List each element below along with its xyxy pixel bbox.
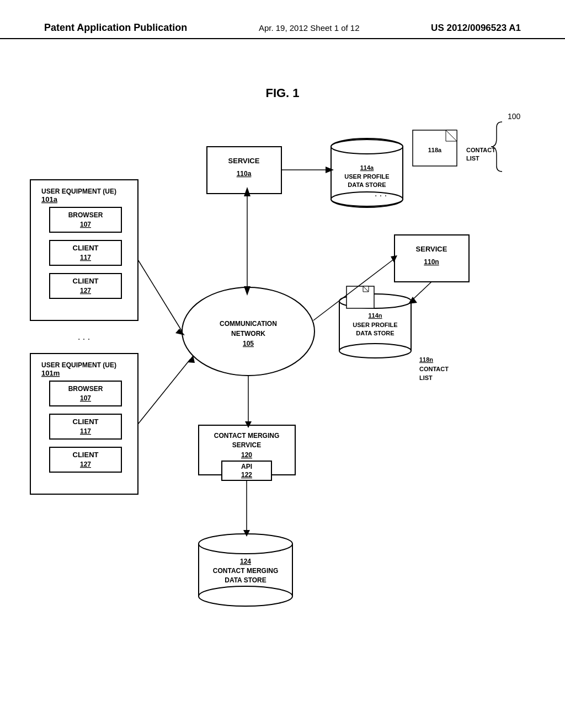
header-right: US 2012/0096523 A1 <box>431 23 521 34</box>
upds-n-label2: DATA STORE <box>356 330 394 336</box>
upds-n-cover <box>339 298 411 351</box>
arrowhead-ue-m <box>188 355 195 363</box>
contact-list-n-ref: 118n <box>419 356 433 363</box>
api-label: API <box>241 463 252 470</box>
api-box <box>222 461 271 480</box>
upds-n-label1: USER PROFILE <box>353 322 397 328</box>
diagram-svg: FIG. 1 100 USER EQUIPMENT (UE) 101a BROW… <box>0 39 565 701</box>
contact-list-a-ref: 118a <box>428 147 442 153</box>
client127-a-ref: 127 <box>80 287 91 295</box>
dog-ear-line-n <box>363 286 369 292</box>
arrowhead-to-upds-n <box>408 297 417 304</box>
service-box-a <box>207 147 281 194</box>
upds-n-top <box>339 294 411 308</box>
cmds-top <box>199 534 292 554</box>
ue-box-m <box>30 354 138 494</box>
upds-n-bottom <box>339 344 411 358</box>
client117-box-m <box>50 414 121 439</box>
ue-m-title-1: USER EQUIPMENT (UE) <box>41 361 116 369</box>
arrowhead-to-service-a <box>244 187 250 196</box>
cmds-bottom <box>199 586 292 606</box>
ue-a-ref: 101a <box>41 195 58 204</box>
arrowhead-to-service-n <box>391 255 397 263</box>
contact-list-n-label2: LIST <box>419 374 433 381</box>
client127-m-label: CLIENT <box>73 451 99 459</box>
comm-network-label1: COMMUNICATION <box>220 320 277 328</box>
browser-a-ref: 107 <box>80 221 91 228</box>
upds-a-top2 <box>331 140 403 154</box>
dots-2: . . . <box>375 189 387 198</box>
header: Patent Application Publication Apr. 19, … <box>0 0 565 39</box>
upds-a-bottom <box>331 191 403 207</box>
upds-n-ref: 114n <box>368 312 382 319</box>
dog-ear-line-a <box>446 130 457 141</box>
client127-m-ref: 127 <box>80 461 91 468</box>
diagram-area: FIG. 1 100 USER EQUIPMENT (UE) 101a BROW… <box>0 39 565 701</box>
cms-label1: CONTACT MERGING <box>214 432 279 440</box>
arrowhead-to-cmds <box>243 530 250 537</box>
client127-a-label: CLIENT <box>73 277 99 285</box>
page: Patent Application Publication Apr. 19, … <box>0 0 565 728</box>
comm-network-ref: 105 <box>243 340 254 347</box>
service-box-n <box>395 235 469 282</box>
client117-a-ref: 117 <box>80 254 91 261</box>
api-ref: 122 <box>241 471 252 479</box>
cms-ref: 120 <box>241 451 252 459</box>
cmds-ref: 124 <box>240 558 251 565</box>
client117-box-a <box>50 240 121 265</box>
comm-network-ellipse <box>182 287 315 376</box>
service-n-label: SERVICE <box>416 245 447 253</box>
fig-label: FIG. 1 <box>265 86 299 100</box>
client127-box-m <box>50 447 121 472</box>
contact-list-a-label1: CONTACT <box>466 147 495 153</box>
arrow-service-n-to-upds-n <box>411 282 431 301</box>
ref-100-label: 100 <box>508 112 521 121</box>
dots-1: . . . <box>78 332 90 341</box>
browser-a-label: BROWSER <box>68 211 103 219</box>
upds-a-top <box>331 138 403 155</box>
comm-network-label2: NETWORK <box>231 330 265 338</box>
ue-box-a <box>30 180 138 320</box>
cms-box <box>199 425 295 475</box>
client127-box-a <box>50 274 121 298</box>
arrow-ue-m-to-network <box>138 359 190 424</box>
contact-list-a-label2: LIST <box>466 155 479 162</box>
client117-m-label: CLIENT <box>73 417 99 426</box>
arrowhead-from-service-a <box>244 286 250 296</box>
client117-a-label: CLIENT <box>73 244 99 252</box>
curly-bracket <box>491 122 502 172</box>
ue-m-ref: 101m <box>41 369 60 377</box>
upds-a-label1: USER PROFILE <box>344 173 389 180</box>
cmds-label1: CONTACT MERGING <box>213 567 278 575</box>
service-n-ref: 110n <box>424 258 439 266</box>
browser-box-a <box>50 207 121 232</box>
doc-icon-n <box>347 286 374 308</box>
browser-m-ref: 107 <box>80 394 91 402</box>
upds-a-cover <box>331 147 403 199</box>
dog-ear-n <box>363 286 369 292</box>
cms-label2: SERVICE <box>232 441 261 449</box>
service-a-label: SERVICE <box>228 157 260 165</box>
upds-a-ref: 114a <box>360 164 374 171</box>
arrowhead-to-upds-a <box>326 167 334 173</box>
upds-a-label2: DATA STORE <box>348 181 386 188</box>
header-center: Apr. 19, 2012 Sheet 1 of 12 <box>259 23 360 33</box>
ue-a-title-1: USER EQUIPMENT (UE) <box>41 188 116 195</box>
browser-m-label: BROWSER <box>68 385 103 393</box>
cmds-label2: DATA STORE <box>225 576 266 584</box>
arrowhead-ue-a <box>175 329 185 335</box>
upds-a-body <box>331 147 403 199</box>
arrowhead-to-cms <box>245 421 252 428</box>
arrow-ue-a-to-network <box>138 260 182 331</box>
header-left: Patent Application Publication <box>44 22 187 34</box>
service-a-ref: 110a <box>237 170 252 178</box>
contact-list-n-label1: CONTACT <box>419 366 449 372</box>
contact-list-a-box <box>413 130 457 166</box>
arrow-network-to-service-n <box>313 259 395 320</box>
upds-a-bottom2 <box>331 192 403 206</box>
client117-m-ref: 117 <box>80 427 91 435</box>
browser-box-m <box>50 381 121 406</box>
dog-ear-a <box>446 130 457 141</box>
